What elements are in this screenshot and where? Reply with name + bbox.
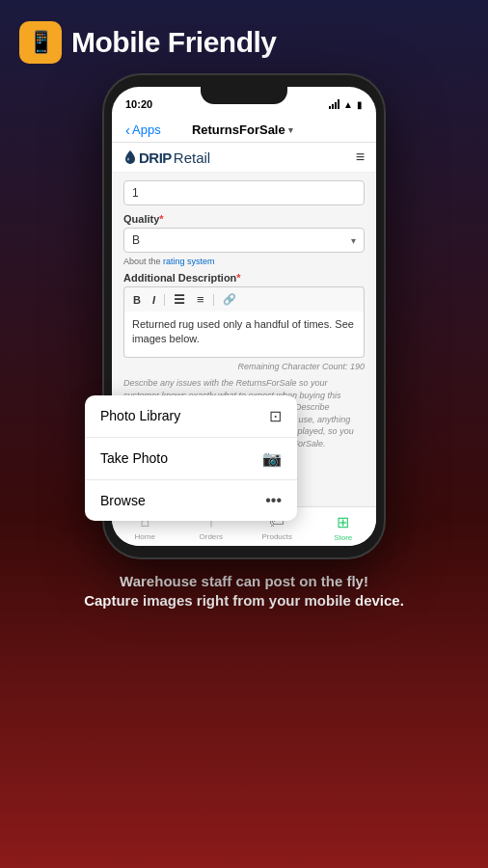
status-icons: ▲ ▮ (329, 99, 363, 110)
drip-drop-icon (123, 150, 137, 164)
phone-notch (201, 87, 287, 104)
browse-icon: ••• (265, 492, 282, 509)
header-title: Mobile Friendly (71, 26, 277, 59)
quality-value: B (132, 233, 140, 247)
unordered-list-button[interactable]: ☰ (171, 291, 188, 308)
take-photo-label: Take Photo (100, 450, 168, 466)
drip-header: DRIPRetail ≡ (112, 143, 376, 173)
tab-orders-label: Orders (200, 532, 223, 541)
phone-frame: 10:20 ▲ ▮ ‹ Apps ReturnsFo (104, 75, 384, 557)
drip-retail: Retail (174, 149, 210, 166)
footer-text: Warehouse staff can post on the fly! Cap… (0, 557, 488, 616)
action-browse[interactable]: Browse ••• (85, 480, 297, 521)
tab-store[interactable]: ⊞ Store (311, 513, 377, 542)
phone-nav: ‹ Apps ReturnsForSale ▾ (112, 116, 376, 143)
header-icon: 📱 (19, 21, 62, 64)
battery-icon: ▮ (357, 99, 363, 110)
link-button[interactable]: 🔗 (220, 292, 239, 307)
status-time: 10:20 (125, 98, 152, 110)
store-icon: ⊞ (337, 513, 349, 531)
description-textarea[interactable]: Returned rug used only a handful of time… (123, 312, 365, 358)
description-text: Returned rug used only a handful of time… (132, 318, 354, 344)
quantity-input[interactable] (123, 180, 365, 205)
tab-home-label: Home (135, 532, 155, 541)
drip-text: DRIP (139, 149, 172, 166)
drip-logo: DRIPRetail (123, 149, 210, 166)
rating-system-link[interactable]: rating system (163, 257, 215, 266)
quality-label: Quality* (123, 213, 365, 225)
text-editor-toolbar: B I ☰ ≡ 🔗 (123, 286, 365, 312)
action-sheet: Photo Library ⊡ Take Photo 📷 Browse ••• (85, 395, 297, 521)
wifi-icon: ▲ (343, 99, 353, 110)
hamburger-menu-icon[interactable]: ≡ (356, 149, 365, 166)
rating-system-text: About the rating system (123, 257, 365, 266)
bold-button[interactable]: B (130, 293, 144, 307)
char-count: Remaining Character Count: 190 (123, 362, 365, 371)
action-take-photo[interactable]: Take Photo 📷 (85, 438, 297, 480)
tab-store-label: Store (334, 533, 352, 542)
camera-icon: 📷 (262, 449, 282, 468)
quality-select[interactable]: B ▾ (123, 228, 365, 253)
quality-dropdown-icon: ▾ (351, 235, 356, 246)
photo-library-icon: ⊡ (269, 407, 282, 425)
ordered-list-button[interactable]: ≡ (194, 291, 207, 308)
action-photo-library[interactable]: Photo Library ⊡ (85, 395, 297, 438)
additional-desc-label: Additional Description* (123, 272, 365, 284)
nav-back-button[interactable]: ‹ Apps (125, 122, 161, 138)
back-chevron-icon: ‹ (125, 122, 130, 138)
phone-wrapper: 10:20 ▲ ▮ ‹ Apps ReturnsFo (104, 75, 384, 557)
footer-line2: Capture images right from your mobile de… (19, 592, 469, 609)
footer-line1: Warehouse staff can post on the fly! (19, 573, 469, 589)
desc-required-star: * (236, 272, 240, 284)
quality-required-star: * (159, 213, 163, 225)
tab-products-label: Products (261, 532, 292, 541)
toolbar-separator-2 (213, 294, 214, 306)
photo-library-label: Photo Library (100, 408, 180, 423)
nav-center-label: ReturnsForSale (192, 122, 285, 137)
page-header: 📱 Mobile Friendly (0, 0, 488, 73)
nav-back-label: Apps (132, 122, 161, 137)
toolbar-separator (164, 294, 165, 306)
italic-button[interactable]: I (149, 293, 158, 307)
browse-label: Browse (100, 493, 146, 508)
nav-dropdown-icon: ▾ (288, 125, 293, 135)
nav-center[interactable]: ReturnsForSale ▾ (192, 122, 293, 137)
svg-point-0 (127, 158, 129, 161)
signal-icon (329, 99, 339, 109)
